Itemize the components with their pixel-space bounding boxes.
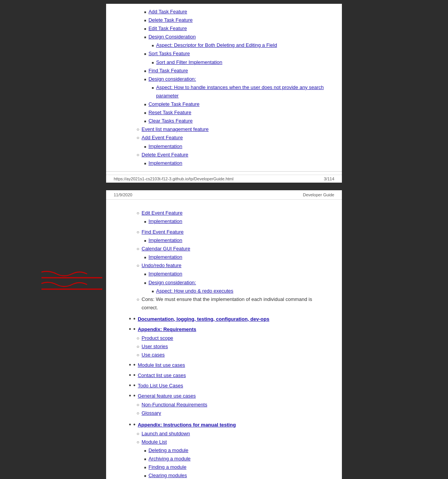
- list-item: Edit Event Feature: [129, 209, 327, 217]
- list-item: Non-Functional Requirements: [129, 401, 327, 409]
- footer-page: 3/114: [324, 177, 334, 181]
- header-title: Developer Guide: [303, 193, 334, 197]
- list-item: Complete Task Feature: [129, 100, 327, 108]
- toc-list-2: Edit Event Feature Implementation Find E…: [129, 209, 327, 479]
- list-item: Aspect: How to handle instances when the…: [129, 83, 327, 100]
- list-item: Add Event Feature: [129, 134, 327, 142]
- list-item: Clearing modules: [129, 471, 327, 479]
- list-item: Implementation: [129, 217, 327, 226]
- footer-url: https://ay2021s1-cs2103t-f12-3.github.io…: [114, 177, 234, 181]
- list-item: Undo/redo feature: [129, 261, 327, 270]
- list-item: Implementation: [129, 270, 327, 278]
- list-item: Archiving a module: [129, 455, 327, 463]
- list-item: User stories: [129, 342, 327, 351]
- list-item: Calendar GUI Feature: [129, 245, 327, 253]
- list-item: • Appendix: Requirements: [129, 324, 327, 334]
- page-container: Add Task Feature Delete Task Feature Edi…: [0, 0, 448, 479]
- list-item: Design consideration:: [129, 75, 327, 83]
- list-item: • Todo List Use Cases: [129, 380, 327, 390]
- list-item: Glossary: [129, 409, 327, 417]
- list-item: • General feature use cases: [129, 390, 327, 401]
- page-2: 11/9/2020 Developer Guide Edit Event Fea…: [106, 190, 342, 479]
- list-item: Deleting a module: [129, 446, 327, 455]
- list-item: Aspect: Descriptor for Both Deleting and…: [129, 41, 327, 49]
- list-item: Design consideration:: [129, 278, 327, 287]
- list-item: Reset Task Feature: [129, 108, 327, 117]
- list-item: Use cases: [129, 351, 327, 359]
- list-item: Delete Task Feature: [129, 16, 327, 24]
- list-item: Implementation: [129, 142, 327, 151]
- list-item: Aspect: How undo & redo executes: [129, 287, 327, 295]
- list-item: Find Task Feature: [129, 67, 327, 75]
- header-date: 11/9/2020: [114, 193, 132, 197]
- list-item: Cons: We must ensure that the implementa…: [129, 295, 327, 312]
- list-item: Implementation: [129, 253, 327, 261]
- list-item: Design Consideration: [129, 33, 327, 41]
- page-1: Add Task Feature Delete Task Feature Edi…: [106, 4, 342, 183]
- page-1-content: Add Task Feature Delete Task Feature Edi…: [106, 4, 342, 172]
- list-item: Sort Tasks Feature: [129, 49, 327, 58]
- page-2-header: 11/9/2020 Developer Guide: [106, 190, 342, 200]
- page-1-footer: https://ay2021s1-cs2103t-f12-3.github.io…: [106, 175, 342, 183]
- list-item: Launch and shutdown: [129, 430, 327, 438]
- list-item: Implementation: [129, 159, 327, 167]
- list-item: Edit Task Feature: [129, 24, 327, 33]
- page-2-content: Edit Event Feature Implementation Find E…: [106, 204, 342, 479]
- list-item: • Contact list use cases: [129, 370, 327, 380]
- list-item: Clear Tasks Feature: [129, 117, 327, 125]
- red-arrows-svg: [38, 270, 102, 293]
- list-item: Sort and Filter Implementation: [129, 58, 327, 67]
- list-item: • Appendix: Instructions for manual test…: [129, 419, 327, 430]
- list-item: • Documentation, logging, testing, confi…: [129, 313, 327, 324]
- list-item: Finding a module: [129, 463, 327, 471]
- list-item: Add Task Feature: [129, 8, 327, 16]
- list-item: Implementation: [129, 236, 327, 245]
- page-divider: [106, 183, 342, 190]
- list-item: Event list management feature: [129, 125, 327, 134]
- list-item: Module List: [129, 438, 327, 446]
- red-arrows-annotation: [38, 270, 102, 294]
- list-item: • Module list use cases: [129, 360, 327, 370]
- list-item: Product scope: [129, 334, 327, 342]
- list-item: Find Event Feature: [129, 228, 327, 236]
- list-item: Delete Event Feature: [129, 151, 327, 159]
- toc-list-1: Add Task Feature Delete Task Feature Edi…: [129, 8, 327, 167]
